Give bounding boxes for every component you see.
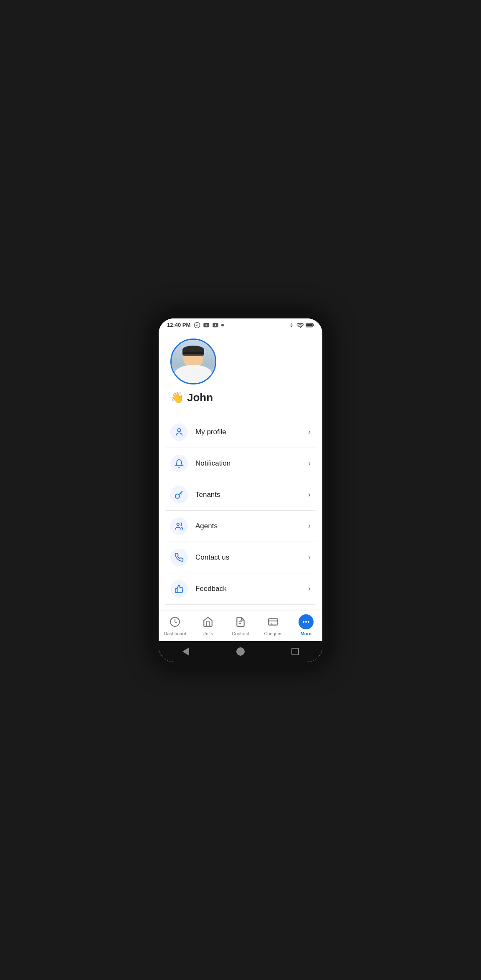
menu-item-tenants[interactable]: Tenants › [165, 479, 316, 511]
phone-icon [175, 553, 184, 562]
signal-icon [288, 322, 295, 328]
home-button[interactable] [235, 646, 246, 657]
status-bar: 12:40 PM [159, 318, 322, 330]
tenants-icon-wrap [170, 486, 188, 504]
youtube-icon-1 [203, 322, 210, 328]
units-nav-icon [203, 616, 213, 627]
svg-point-12 [177, 428, 180, 431]
svg-rect-11 [306, 323, 312, 326]
menu-list: My profile › Notification › [159, 417, 322, 611]
menu-label-tenants: Tenants [195, 491, 308, 499]
check-icon [194, 322, 200, 328]
menu-item-my-profile[interactable]: My profile › [165, 417, 316, 448]
contact-icon-wrap [170, 549, 188, 566]
svg-rect-10 [313, 324, 314, 326]
my-profile-icon-wrap [170, 423, 188, 441]
svg-marker-6 [290, 323, 292, 324]
menu-label-agents: Agents [195, 522, 308, 530]
dashboard-nav-icon-wrap [167, 614, 182, 629]
phone-frame: 12:40 PM [153, 313, 328, 668]
menu-item-agents[interactable]: Agents › [165, 511, 316, 542]
menu-arrow-my-profile: › [308, 428, 311, 436]
youtube-icon-2 [212, 322, 219, 328]
svg-point-5 [221, 324, 224, 326]
recents-button[interactable] [289, 646, 301, 657]
menu-item-contact-us[interactable]: Contact us › [165, 542, 316, 573]
menu-arrow-feedback: › [308, 584, 311, 593]
system-nav-bar [159, 641, 322, 662]
status-icons-right [288, 322, 314, 328]
dashboard-nav-label: Dashboard [164, 631, 186, 636]
svg-point-29 [308, 621, 309, 622]
dashboard-nav-icon [170, 616, 180, 627]
person-icon [175, 428, 184, 437]
feedback-icon-wrap [170, 580, 188, 598]
battery-icon [306, 322, 314, 328]
more-nav-icon [302, 618, 310, 626]
svg-rect-24 [269, 619, 278, 625]
profile-section: 👋 John [159, 330, 322, 417]
menu-item-feedback[interactable]: Feedback › [165, 573, 316, 605]
agents-icon [175, 522, 184, 531]
cheques-nav-icon-wrap: $ [266, 614, 281, 629]
nav-item-contract[interactable]: Contract [224, 614, 257, 636]
nav-item-dashboard[interactable]: Dashboard [159, 614, 191, 636]
menu-label-feedback: Feedback [195, 585, 308, 593]
menu-label-notification: Notification [195, 459, 308, 468]
dot-icon [221, 324, 224, 326]
menu-arrow-contact-us: › [308, 553, 311, 562]
wifi-icon [296, 322, 304, 328]
nav-item-units[interactable]: Units [191, 614, 224, 636]
notification-icon-wrap [170, 455, 188, 472]
menu-arrow-tenants: › [308, 490, 311, 499]
menu-label-my-profile: My profile [195, 428, 308, 436]
menu-item-notification[interactable]: Notification › [165, 448, 316, 479]
scroll-content: 👋 John My profile › [159, 330, 322, 611]
menu-label-contact-us: Contact us [195, 553, 308, 562]
contract-nav-label: Contract [232, 631, 249, 636]
username: John [187, 391, 213, 404]
svg-point-8 [300, 327, 301, 328]
agents-icon-wrap [170, 517, 188, 535]
svg-point-27 [303, 621, 304, 622]
menu-arrow-agents: › [308, 522, 311, 530]
units-nav-icon-wrap [200, 614, 215, 629]
nav-item-cheques[interactable]: $ Cheques [257, 614, 289, 636]
svg-point-13 [175, 494, 180, 498]
more-nav-icon-wrap [299, 614, 314, 629]
back-button[interactable] [180, 646, 192, 657]
status-time: 12:40 PM [167, 322, 190, 328]
key-icon [175, 490, 184, 499]
units-nav-label: Units [203, 631, 213, 636]
svg-point-28 [305, 621, 307, 622]
bottom-nav: Dashboard Units [159, 611, 322, 641]
user-greeting: 👋 John [170, 391, 311, 404]
contract-nav-icon [235, 616, 246, 627]
menu-item-preferences[interactable]: Preferences › [165, 605, 316, 611]
menu-arrow-notification: › [308, 459, 311, 468]
avatar [172, 340, 215, 383]
thumbup-icon [175, 584, 184, 593]
avatar-container [170, 339, 216, 384]
contract-nav-icon-wrap [233, 614, 248, 629]
svg-marker-7 [290, 326, 292, 327]
cheques-nav-label: Cheques [264, 631, 282, 636]
svg-point-14 [177, 523, 180, 525]
more-nav-label: More [301, 631, 311, 636]
bell-icon [175, 459, 184, 468]
nav-item-more[interactable]: More [290, 614, 322, 636]
wave-emoji: 👋 [170, 391, 184, 404]
phone-screen: 12:40 PM [159, 318, 322, 662]
cheques-nav-icon: $ [268, 616, 278, 627]
